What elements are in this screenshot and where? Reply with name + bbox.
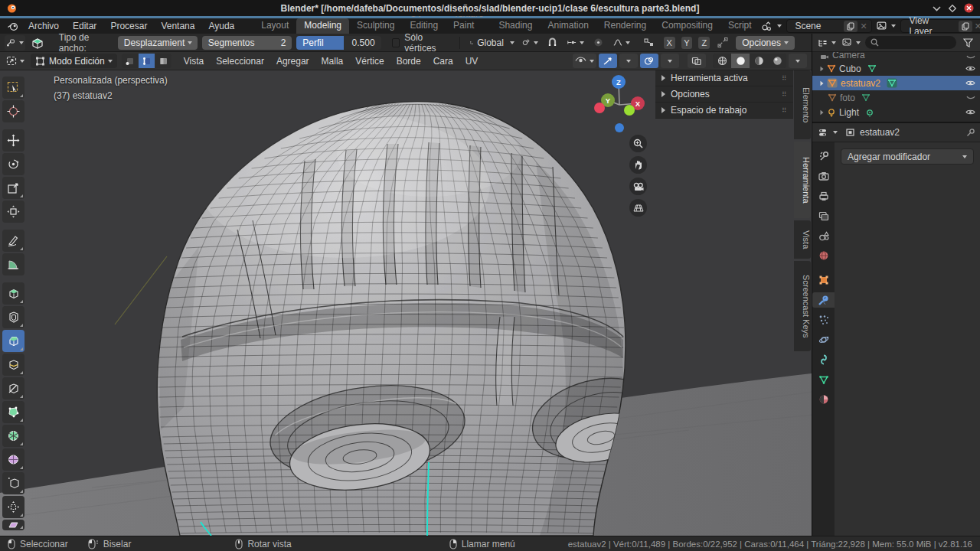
tool-measure[interactable] xyxy=(2,253,24,276)
workspace-tab-layout[interactable]: Layout xyxy=(253,18,296,34)
tool-scale[interactable] xyxy=(2,177,24,199)
snap-magnet-icon[interactable] xyxy=(544,35,561,51)
tool-move[interactable] xyxy=(2,129,24,152)
menu-vertice[interactable]: Vértice xyxy=(349,52,390,70)
eye-closed-icon[interactable] xyxy=(966,54,975,60)
tool-transform[interactable] xyxy=(2,201,24,223)
outliner-row-foto[interactable]: foto xyxy=(812,90,980,105)
xray-toggle[interactable] xyxy=(688,54,706,68)
tool-loop-cut[interactable] xyxy=(2,354,24,376)
correct-face-attributes-icon[interactable] xyxy=(714,35,731,51)
camera-view-button[interactable] xyxy=(629,178,647,195)
viewport-3d[interactable]: Personalizada (perspectiva) (37) estatua… xyxy=(0,70,812,536)
tool-inset-faces[interactable] xyxy=(2,306,24,328)
tool-extrude-region[interactable] xyxy=(2,282,24,305)
tab-modifiers[interactable] xyxy=(812,292,835,308)
expand-arrow-icon[interactable] xyxy=(821,109,824,114)
menu-ventana[interactable]: Ventana xyxy=(154,18,201,34)
blender-menu-icon[interactable] xyxy=(5,18,21,34)
close-button[interactable] xyxy=(964,3,974,13)
workspace-tab-modeling[interactable]: Modeling xyxy=(296,18,349,34)
add-modifier-dropdown[interactable]: Agregar modificador xyxy=(841,148,974,165)
vertex-select-button[interactable] xyxy=(122,54,138,68)
sidebar-tab-vista[interactable]: Vista xyxy=(794,220,811,259)
gizmo-dropdown[interactable] xyxy=(619,54,638,68)
mirror-y-button[interactable]: Y xyxy=(681,37,693,49)
menu-cara[interactable]: Cara xyxy=(427,52,459,70)
tab-scene[interactable] xyxy=(812,228,835,243)
sidebar-tab-elemento[interactable]: Elemento xyxy=(794,70,811,139)
material-preview-button[interactable] xyxy=(750,54,768,68)
workspace-tab-rendering[interactable]: Rendering xyxy=(596,18,654,34)
panel-workspace[interactable]: Espacio de trabajo⠿ xyxy=(655,103,793,119)
width-type-dropdown[interactable]: Desplazamient xyxy=(118,36,198,50)
remove-view-layer-button[interactable]: ✕ xyxy=(972,21,980,31)
panel-options[interactable]: Opciones⠿ xyxy=(655,86,793,103)
tool-rotate[interactable] xyxy=(2,153,24,175)
tab-object[interactable] xyxy=(812,272,835,288)
menu-malla[interactable]: Malla xyxy=(315,52,350,70)
only-vertices-checkbox[interactable] xyxy=(392,38,400,47)
navigation-gizmo[interactable]: Z Y X xyxy=(591,72,652,142)
menu-vista[interactable]: Vista xyxy=(178,52,210,70)
edge-select-button[interactable] xyxy=(139,54,155,68)
tool-poly-build[interactable] xyxy=(2,401,24,423)
proportional-falloff-dropdown[interactable] xyxy=(612,35,632,51)
menu-uv[interactable]: UV xyxy=(459,52,485,70)
profile-slider[interactable]: Perfil 0.500 xyxy=(296,36,381,50)
eye-open-icon[interactable] xyxy=(965,109,975,116)
sidebar-tab-screencast-keys[interactable]: Screencast Keys xyxy=(794,261,811,351)
solid-shading-button[interactable] xyxy=(731,54,750,68)
outliner-row-estatuav2[interactable]: estatuav2 xyxy=(812,76,980,90)
sidebar-tab-herramienta[interactable]: Herramienta xyxy=(794,142,811,218)
tool-shrink-fatten[interactable] xyxy=(2,496,24,518)
new-view-layer-button[interactable] xyxy=(959,21,972,32)
snap-target-dropdown[interactable] xyxy=(566,35,586,51)
tab-particles[interactable] xyxy=(812,312,835,328)
new-scene-button[interactable] xyxy=(844,21,858,32)
expand-arrow-icon[interactable] xyxy=(821,80,824,85)
object-type-visibility-dropdown[interactable] xyxy=(573,54,596,68)
menu-agregar[interactable]: Agregar xyxy=(270,52,315,70)
tab-render[interactable] xyxy=(812,168,835,184)
tab-world[interactable] xyxy=(812,248,835,263)
options-dropdown[interactable]: Opciones xyxy=(736,36,795,50)
view-layer-selector[interactable]: View Layer ✕ xyxy=(900,19,980,33)
perspective-toggle-button[interactable] xyxy=(629,199,647,217)
mirror-x-button[interactable]: X xyxy=(664,37,675,49)
eye-open-icon[interactable] xyxy=(965,80,975,86)
panel-active-tool[interactable]: Herramienta activa⠿ xyxy=(655,70,793,86)
pan-hand-button[interactable] xyxy=(629,156,647,174)
zoom-button[interactable] xyxy=(629,135,647,152)
menu-seleccionar[interactable]: Seleccionar xyxy=(210,52,270,70)
workspace-tab-animation[interactable]: Animation xyxy=(540,18,596,34)
workspace-tab-shading[interactable]: Shading xyxy=(491,18,540,34)
outliner-row-light[interactable]: Light xyxy=(812,105,980,119)
tab-object-data[interactable] xyxy=(812,372,835,387)
tool-edge-slide[interactable] xyxy=(2,472,24,494)
maximize-button[interactable] xyxy=(949,5,956,12)
outliner-filter-id-dropdown[interactable] xyxy=(841,35,862,51)
tab-output[interactable] xyxy=(812,188,835,204)
properties-editor-type-dropdown[interactable] xyxy=(817,125,839,140)
tab-physics[interactable] xyxy=(812,332,835,347)
shading-dropdown[interactable] xyxy=(789,54,807,68)
scene-datablock-icon[interactable] xyxy=(760,18,784,34)
pivot-point-dropdown[interactable] xyxy=(521,35,540,51)
tab-view-layer[interactable] xyxy=(812,208,835,223)
tool-shear[interactable] xyxy=(2,520,24,530)
eye-closed-icon[interactable] xyxy=(966,95,975,101)
wireframe-shading-button[interactable] xyxy=(713,54,731,68)
scene-name[interactable]: Scene xyxy=(790,21,844,31)
active-tool-dropdown[interactable] xyxy=(5,35,25,51)
overlays-dropdown[interactable] xyxy=(661,54,679,68)
menu-borde[interactable]: Borde xyxy=(390,52,427,70)
outliner-row-cubo[interactable]: Cubo xyxy=(812,61,980,76)
tool-select-box[interactable] xyxy=(2,77,24,99)
workspace-tab-compositing[interactable]: Compositing xyxy=(654,18,720,34)
tab-material[interactable] xyxy=(812,392,835,407)
orientation-dropdown[interactable]: Global xyxy=(469,35,515,51)
segments-field[interactable]: Segmentos2 xyxy=(202,36,292,50)
tool-smooth[interactable] xyxy=(2,448,24,471)
filter-funnel-icon[interactable] xyxy=(959,35,976,51)
